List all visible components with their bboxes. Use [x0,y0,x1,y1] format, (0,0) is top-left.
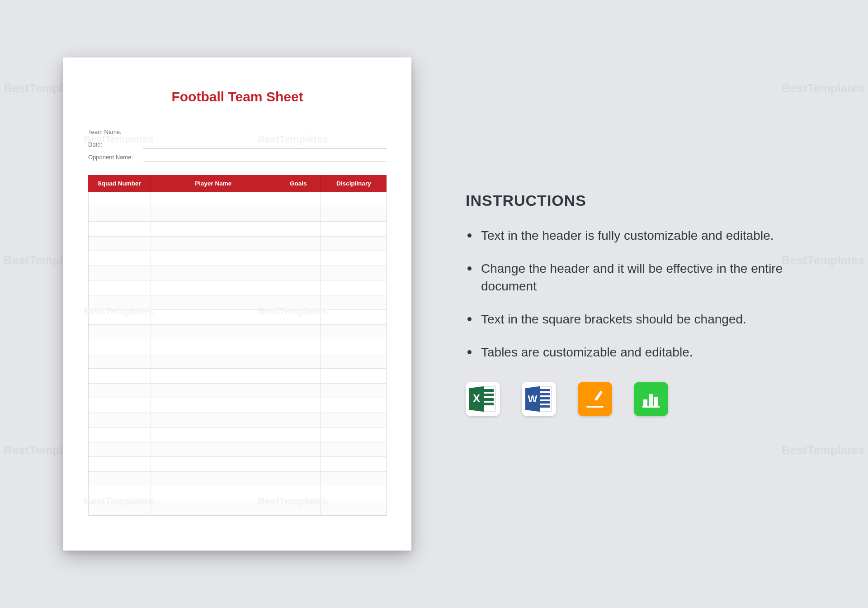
table-cell [89,486,151,501]
table-cell [276,427,321,442]
table-cell [151,324,276,339]
app-icons-row: X W [466,382,791,416]
table-row [89,207,386,222]
table-cell [89,427,151,442]
table-cell [89,413,151,428]
svg-rect-17 [649,394,653,406]
table-cell [276,221,321,236]
table-cell [151,486,276,501]
field-blank-line [143,127,387,136]
table-row [89,486,386,501]
table-cell [321,442,386,457]
table-cell [89,295,151,310]
table-row [89,280,386,295]
field-label: Date: [88,141,143,148]
table-cell [321,221,386,236]
table-row [89,456,386,471]
table-cell [276,207,321,222]
table-row [89,236,386,251]
table-cell [151,207,276,222]
table-row [89,192,386,207]
table-cell [321,501,386,516]
team-sheet-table: Squad Number Player Name Goals Disciplin… [88,175,387,516]
table-row [89,442,386,457]
table-cell [321,295,386,310]
table-cell [151,383,276,398]
instruction-item: Change the header and it will be effecti… [466,260,791,295]
form-fields: Team Name: Date: Opponent Name: [88,125,387,163]
instruction-item: Tables are customizable and editable. [466,343,791,361]
field-date: Date: [88,138,387,151]
table-cell [151,339,276,354]
table-cell [151,471,276,486]
table-cell [89,192,151,207]
table-cell [321,471,386,486]
table-cell [321,339,386,354]
pages-icon [578,382,612,416]
table-cell [276,368,321,383]
table-cell [321,192,386,207]
table-cell [276,280,321,295]
table-cell [151,501,276,516]
table-cell [151,398,276,413]
col-disciplinary: Disciplinary [321,175,387,192]
document-title: Football Team Sheet [88,89,387,104]
table-cell [321,236,386,251]
table-row [89,471,386,486]
instruction-item: Text in the square brackets should be ch… [466,310,791,328]
table-cell [151,368,276,383]
table-cell [276,456,321,471]
table-cell [276,501,321,516]
table-cell [321,368,386,383]
table-row [89,221,386,236]
table-cell [321,207,386,222]
table-cell [151,251,276,266]
table-cell [321,309,386,324]
table-cell [151,456,276,471]
table-cell [89,339,151,354]
table-cell [276,324,321,339]
table-cell [321,413,386,428]
col-player-name: Player Name [151,175,276,192]
table-row [89,413,386,428]
table-row [89,251,386,266]
table-cell [151,309,276,324]
field-opponent-name: Opponent Name: [88,151,387,163]
table-cell [89,324,151,339]
table-cell [151,266,276,280]
field-label: Opponent Name: [88,154,143,161]
svg-text:X: X [473,392,480,404]
table-cell [89,456,151,471]
svg-text:W: W [528,393,538,404]
table-row [89,295,386,310]
table-cell [276,471,321,486]
table-cell [276,398,321,413]
table-cell [276,236,321,251]
table-cell [321,280,386,295]
table-cell [151,413,276,428]
table-cell [151,236,276,251]
field-blank-line [143,140,387,149]
svg-rect-19 [642,406,660,408]
table-row [89,398,386,413]
instructions-heading: INSTRUCTIONS [466,192,791,209]
table-header-row: Squad Number Player Name Goals Disciplin… [88,175,387,192]
table-cell [89,501,151,516]
table-cell [321,427,386,442]
instruction-item: Text in the header is fully customizable… [466,227,791,244]
table-cell [151,354,276,369]
table-cell [321,398,386,413]
table-cell [89,442,151,457]
table-cell [321,251,386,266]
table-cell [276,413,321,428]
table-cell [151,295,276,310]
numbers-icon [634,382,668,416]
table-cell [321,486,386,501]
table-cell [89,236,151,251]
field-blank-line [143,152,387,162]
table-cell [276,442,321,457]
field-team-name: Team Name: [88,125,387,138]
table-row [89,339,386,354]
table-cell [89,354,151,369]
table-cell [151,280,276,295]
